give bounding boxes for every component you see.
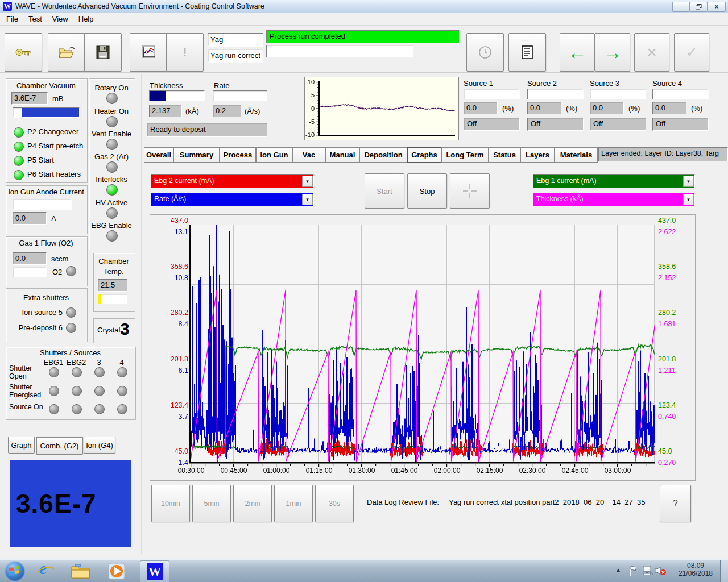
confirm-button[interactable]: ✓	[674, 33, 709, 72]
shutters-row-label: Shutter Energised	[9, 383, 46, 399]
open-file-button[interactable]	[48, 33, 85, 72]
extra-shutter-label: Ion source 5	[8, 308, 63, 317]
taskbar-ie-button[interactable]: e	[36, 562, 56, 580]
tab-overall[interactable]: Overall	[144, 147, 173, 163]
action-center-flag-icon[interactable]	[628, 564, 638, 579]
help-button[interactable]: ?	[660, 485, 691, 522]
cancel-icon: ×	[647, 43, 657, 62]
run-name-field[interactable]: Yag run correct	[208, 49, 263, 63]
source-status: Off	[590, 118, 646, 131]
chamber-led-2	[14, 142, 24, 152]
network-icon[interactable]	[642, 565, 653, 579]
chamber-led-label: P5 Start	[27, 156, 54, 164]
tab-ion-gun[interactable]: Ion Gun	[256, 147, 292, 163]
tab-materials[interactable]: Materials	[555, 147, 598, 163]
taskbar-explorer-button[interactable]	[71, 563, 91, 581]
trace2-dropdown-button[interactable]: ▼	[302, 194, 313, 205]
volume-muted-icon[interactable]	[654, 565, 667, 579]
trace4-select[interactable]: Thickness (kÅ) ▼	[533, 193, 695, 206]
taskbar-mediaplayer-button[interactable]	[107, 562, 126, 582]
source-status: Off	[527, 118, 584, 131]
start-button[interactable]	[5, 561, 25, 581]
time-range-button-2min[interactable]: 2min	[233, 485, 272, 522]
tab-summary[interactable]: Summary	[173, 147, 220, 163]
thickness-value-text: 2.137	[150, 105, 181, 116]
x-axis-label: 02:30:00	[516, 467, 549, 475]
process-name-text: Yag	[208, 34, 263, 45]
save-button[interactable]	[84, 33, 122, 72]
view-button-comb-g2-[interactable]: Comb. (G2)	[36, 436, 83, 455]
tab-deposition[interactable]: Deposition	[359, 147, 407, 163]
minimize-button[interactable]: –	[672, 2, 690, 12]
tab-process[interactable]: Process	[220, 147, 256, 163]
show-desktop-button[interactable]	[720, 560, 728, 582]
graph-setup-button[interactable]	[130, 33, 167, 72]
chamber-temp-value: 21.5	[98, 279, 127, 292]
time-range-button-10min[interactable]: 10min	[151, 485, 190, 522]
x-axis-label: 02:15:00	[473, 467, 506, 475]
axis-label-right-magenta: 2.152	[658, 274, 686, 282]
report-button[interactable]	[508, 33, 546, 72]
time-range-button-30s[interactable]: 30s	[315, 485, 354, 522]
tab-long-term[interactable]: Long Term	[441, 147, 489, 163]
shutter-grid-led-r1-c3	[94, 367, 105, 377]
trace1-select[interactable]: Ebg 2 current (mA) ▼	[151, 174, 314, 188]
close-button[interactable]: ×	[708, 2, 726, 12]
source-status-text: Off	[590, 118, 646, 129]
chamber-vacuum-bar	[13, 107, 80, 118]
alert-button[interactable]: !	[166, 33, 204, 72]
time-range-button-5min[interactable]: 5min	[192, 485, 231, 522]
secondary-status-text	[267, 45, 413, 48]
axis-label-right-green: 280.2	[658, 309, 686, 317]
graph-stop-button[interactable]: Stop	[407, 173, 447, 209]
gas1-setpoint-field[interactable]	[13, 267, 47, 277]
view-button-ion-g4-[interactable]: Ion (G4)	[84, 436, 115, 454]
shutters-col-header: EBG1	[42, 358, 65, 367]
tray-clock[interactable]: 08:09 21/06/2018	[674, 562, 717, 577]
menu-help[interactable]: Help	[73, 13, 99, 25]
timer-button[interactable]	[466, 33, 504, 72]
axis-label-left-red: 358.6	[160, 263, 188, 271]
axis-label-right-magenta: 0.740	[658, 413, 686, 421]
menu-file[interactable]: File	[1, 13, 23, 25]
crystal-label: Crystal	[97, 326, 120, 334]
tab-layers[interactable]: Layers	[520, 147, 555, 163]
tab-status[interactable]: Status	[489, 147, 520, 163]
graph-start-button[interactable]: Start	[365, 173, 404, 209]
gas1-unit: sccm	[51, 255, 68, 263]
chevron-down-icon: ▼	[686, 179, 691, 184]
tab-vac[interactable]: Vac	[292, 147, 325, 163]
next-layer-button[interactable]: →	[595, 33, 630, 72]
forward-arrow-icon: →	[603, 44, 622, 61]
tray-expand-icon[interactable]: ▲	[615, 567, 621, 573]
chamber-led-label: P2 Changeover	[27, 127, 78, 136]
tab-manual[interactable]: Manual	[325, 147, 359, 163]
layer-status-field: Layer ended: Layer ID: Layer38, Targ	[598, 147, 728, 161]
time-range-button-1min[interactable]: 1min	[274, 485, 313, 522]
unlock-button[interactable]	[5, 33, 42, 72]
cancel-button[interactable]: ×	[634, 33, 669, 72]
shutters-col-header: 3	[88, 358, 110, 367]
trace1-dropdown-button[interactable]: ▼	[302, 176, 313, 187]
menu-test[interactable]: Test	[23, 13, 47, 25]
graph-cursor-button[interactable]	[450, 173, 490, 209]
shutter-grid-led-r1-c4	[117, 367, 127, 377]
taskbar-wave-button[interactable]: W	[140, 560, 169, 582]
trace3-dropdown-button[interactable]: ▼	[683, 176, 694, 187]
trace2-select[interactable]: Rate (Å/s) ▼	[151, 193, 314, 206]
view-button-graph[interactable]: Graph	[8, 436, 35, 454]
axis-label-left-blue: 3.7	[160, 413, 188, 421]
menu-view[interactable]: View	[47, 13, 73, 25]
trace3-select[interactable]: Ebg 1 current (mA) ▼	[533, 174, 695, 188]
shutter-grid-led-r2-c1	[49, 386, 59, 396]
trace4-dropdown-button[interactable]: ▼	[683, 194, 694, 205]
key-icon	[15, 46, 32, 59]
rate-label: Rate	[214, 81, 229, 90]
window-title: WAVE - Wordentec Advanced Vacuum Environ…	[15, 2, 264, 10]
process-name-field[interactable]: Yag	[208, 33, 263, 47]
tab-graphs[interactable]: Graphs	[407, 147, 441, 163]
previous-layer-button[interactable]: ←	[560, 33, 595, 72]
mini-chart-canvas	[305, 77, 457, 139]
restore-button[interactable]	[690, 2, 708, 12]
chamber-vacuum-title: Chamber Vacuum	[6, 81, 86, 90]
